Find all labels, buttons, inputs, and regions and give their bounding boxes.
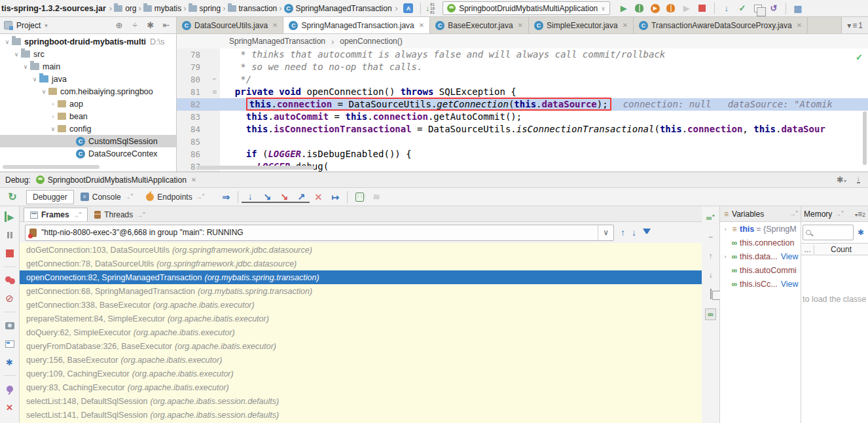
- update-project-icon[interactable]: ↓: [719, 2, 734, 15]
- stack-frame-row[interactable]: prepareStatement:84, SimpleExecutor(org.…: [20, 312, 702, 325]
- fold-marker-icon[interactable]: ⊟: [209, 86, 220, 98]
- code-editor[interactable]: 78 * thinks that autocommit is always fa…: [177, 48, 868, 172]
- close-icon[interactable]: ✕: [419, 22, 424, 29]
- bytecode-viewer-icon[interactable]: ↓011001: [425, 3, 435, 14]
- view-link[interactable]: View: [781, 280, 799, 289]
- debug-button[interactable]: [632, 2, 647, 15]
- tree-chevron-icon[interactable]: ›: [48, 101, 58, 107]
- debug-session-tab[interactable]: SpringbootDruidMybatisMultiApplication ✕: [36, 175, 197, 185]
- line-number[interactable]: 78: [177, 48, 209, 61]
- code-line[interactable]: 82 this.connection = DataSourceUtils.get…: [177, 98, 868, 111]
- step-into-icon[interactable]: ↘: [259, 191, 276, 203]
- hide-panel-icon[interactable]: ↓: [857, 175, 861, 183]
- collapse-all-icon[interactable]: ÷: [129, 20, 141, 30]
- stack-frame-row[interactable]: query:109, CachingExecutor(org.apache.ib…: [20, 367, 702, 380]
- tree-item[interactable]: ∨java: [0, 73, 176, 85]
- variable-row[interactable]: ›≡this= {SpringM: [720, 222, 801, 236]
- show-execution-point-icon[interactable]: ⇒: [217, 190, 234, 204]
- rerun-icon[interactable]: ↻: [4, 190, 21, 204]
- debug-settings-gear-icon[interactable]: ✱: [5, 357, 15, 367]
- run-configuration-select[interactable]: SpringbootDruidMybatisMultiApplication ∨: [443, 1, 610, 15]
- close-icon[interactable]: ✕: [272, 22, 278, 29]
- hide-library-frames-icon[interactable]: [643, 229, 651, 234]
- remove-watch-icon[interactable]: −: [708, 232, 713, 242]
- line-number[interactable]: 86: [177, 148, 209, 160]
- duplicate-icon[interactable]: [710, 289, 712, 299]
- code-line[interactable]: 84 this.isConnectionTransactional = Data…: [177, 123, 868, 136]
- stack-frame-row[interactable]: selectList:148, DefaultSqlSession(org.ap…: [20, 394, 702, 408]
- add-watch-icon[interactable]: ∞+: [706, 213, 715, 223]
- code-line[interactable]: 79 * so we need to no-op that calls.: [177, 61, 868, 73]
- stack-frame-row[interactable]: doGetConnection:103, DataSourceUtils(org…: [20, 243, 702, 257]
- tree-item[interactable]: ∨main: [0, 60, 176, 73]
- code-line[interactable]: 78 * thinks that autocommit is always fa…: [177, 48, 868, 61]
- line-number[interactable]: 80: [177, 73, 209, 86]
- memory-search-input[interactable]: [803, 225, 854, 240]
- breadcrumb-item[interactable]: mybatis: [143, 4, 181, 13]
- stack-frame-row[interactable]: queryFromDatabase:326, BaseExecutor(org.…: [20, 339, 702, 353]
- breadcrumb-item-class[interactable]: CSpringManagedTransaction: [284, 4, 392, 13]
- chevron-down-icon[interactable]: ▾: [45, 22, 48, 29]
- tab-console[interactable]: ≡Console→": [74, 190, 140, 204]
- view-breakpoints-icon[interactable]: [5, 275, 15, 285]
- tree-item[interactable]: CCustomSqlSession: [0, 135, 176, 147]
- tree-item[interactable]: ›aop: [0, 98, 176, 110]
- hide-panel-icon[interactable]: ⇤: [160, 20, 172, 30]
- stack-frame-row[interactable]: query:83, CachingExecutor(org.apache.iba…: [20, 380, 702, 394]
- fold-marker-icon[interactable]: [209, 111, 220, 123]
- step-out-icon[interactable]: ↗: [293, 191, 310, 203]
- line-number[interactable]: 81: [177, 86, 209, 98]
- tree-chevron-icon[interactable]: ∨: [12, 51, 21, 58]
- tab-frames[interactable]: Frames→": [24, 208, 88, 221]
- line-number[interactable]: 82: [177, 98, 209, 111]
- stack-frame-row[interactable]: doQuery:62, SimpleExecutor(org.apache.ib…: [20, 325, 702, 339]
- tree-item[interactable]: ∨springboot-druid-mybatis-multiD:\s: [0, 35, 176, 48]
- close-icon[interactable]: ✕: [191, 176, 196, 183]
- variable-row[interactable]: ›∞this.data...View: [720, 249, 801, 263]
- tree-chevron-icon[interactable]: ›: [721, 226, 729, 232]
- settings-gear-icon[interactable]: ✱▾: [836, 175, 848, 185]
- tree-item[interactable]: ∨com.heibaiying.springboo: [0, 85, 176, 98]
- resume-icon[interactable]: ▶: [5, 212, 15, 222]
- thread-dump-icon[interactable]: [5, 320, 15, 331]
- tree-item[interactable]: ∨config: [0, 122, 176, 135]
- stack-frame-row[interactable]: openConnection:82, SpringManagedTransact…: [20, 270, 702, 284]
- stack-frame-row[interactable]: query:156, BaseExecutor(org.apache.ibati…: [20, 353, 702, 367]
- translate-icon[interactable]: A: [401, 2, 416, 15]
- variables-title[interactable]: Variables: [732, 210, 764, 219]
- mute-breakpoints-icon[interactable]: ⊘: [5, 293, 15, 304]
- inspection-ok-icon[interactable]: ✓: [856, 52, 863, 62]
- variable-row[interactable]: ∞this.autoCommi: [720, 263, 801, 277]
- run-button[interactable]: ▶: [617, 2, 631, 15]
- memory-title[interactable]: Memory: [804, 210, 832, 219]
- tree-chevron-icon[interactable]: ∨: [21, 64, 30, 70]
- tree-chevron-icon[interactable]: ›: [721, 253, 729, 260]
- editor-tab[interactable]: CSpringManagedTransaction.java✕: [283, 17, 430, 33]
- breadcrumb-method[interactable]: openConnection(): [340, 37, 402, 46]
- close-icon[interactable]: ✕: [623, 22, 628, 29]
- line-number[interactable]: 79: [177, 61, 209, 73]
- editor-tab[interactable]: CDataSourceUtils.java✕: [177, 17, 283, 33]
- drop-frame-icon[interactable]: ✕: [310, 190, 327, 204]
- fold-marker-icon[interactable]: [209, 48, 220, 61]
- scrollbar-thumb[interactable]: [196, 166, 314, 170]
- variable-row[interactable]: ∞this.isCc...View: [720, 277, 801, 291]
- scrollbar-thumb[interactable]: [863, 111, 867, 165]
- code-line[interactable]: 86 if (LOGGER.isDebugEnabled()) {: [177, 148, 868, 160]
- stack-frame-row[interactable]: getConnection:338, BaseExecutor(org.apac…: [20, 298, 702, 312]
- settings-gear-icon[interactable]: ✱: [145, 20, 156, 30]
- breadcrumb-item[interactable]: transaction: [228, 4, 278, 13]
- move-up-icon[interactable]: ↑: [709, 251, 713, 261]
- fold-marker-icon[interactable]: [209, 148, 220, 160]
- run-to-cursor-icon[interactable]: ↦: [327, 190, 344, 204]
- code-line[interactable]: 80⌐ */: [177, 73, 868, 86]
- stop-icon[interactable]: [5, 248, 15, 259]
- multirun-button[interactable]: ▶: [679, 2, 694, 15]
- pause-icon[interactable]: [5, 230, 15, 240]
- editor-tab[interactable]: CTransactionAwareDataSourceProxy.java✕: [634, 17, 808, 33]
- line-number[interactable]: 83: [177, 111, 209, 123]
- memory-col-count[interactable]: Count: [814, 245, 868, 254]
- tree-chevron-icon[interactable]: ∨: [39, 88, 48, 95]
- fold-marker-icon[interactable]: [209, 61, 220, 73]
- editor-tab[interactable]: CSimpleExecutor.java✕: [529, 17, 634, 33]
